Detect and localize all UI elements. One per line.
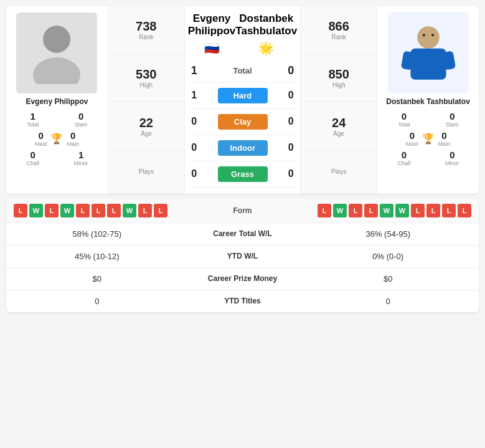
svg-rect-3	[410, 49, 446, 80]
form-badge: W	[380, 204, 393, 217]
svg-point-2	[417, 26, 440, 49]
top-section: Evgeny Philippov 1 Total 0 Slam 0 Mast 🏆	[6, 6, 479, 194]
form-badge: L	[92, 204, 105, 217]
player1-header-name: Evgeny Philippov	[188, 12, 236, 38]
surface-indoor: 0 Indoor 0	[188, 135, 297, 161]
svg-point-0	[43, 26, 70, 53]
indoor-button[interactable]: Indoor	[218, 140, 268, 156]
player1-mast: 0 Mast	[35, 130, 47, 147]
clay-button[interactable]: Clay	[218, 114, 268, 130]
player1-trophy-row: 0 Mast 🏆 0 Main	[35, 130, 79, 147]
stats-label-3: YTD Titles	[181, 297, 305, 305]
stats-left-1: 45% (10-12)	[14, 252, 181, 261]
player2-card: Dostanbek Tashbulatov 0 Total 0 Slam 0 M…	[377, 6, 479, 194]
grass-button[interactable]: Grass	[218, 166, 268, 182]
hard-button[interactable]: Hard	[218, 88, 268, 103]
svg-point-7	[431, 34, 434, 36]
player2-middle-panel: 866 Rank 850 High 24 Age Plays	[300, 6, 377, 194]
stats-label-0: Career Total W/L	[181, 229, 305, 238]
player1-bottom-stats: 0 Chall 1 Minor	[11, 150, 103, 166]
form-badge: L	[76, 204, 90, 217]
player1-total: 1 Total	[11, 111, 54, 128]
player2-total: 0 Total	[382, 111, 425, 128]
form-badge: L	[442, 204, 456, 217]
player2-rank-stat: 866 Rank	[301, 6, 377, 54]
player1-flag: 🇷🇺	[188, 41, 236, 55]
trophy-icon-1: 🏆	[50, 133, 63, 145]
player2-stats: 0 Total 0 Slam	[382, 111, 474, 128]
player2-chall: 0 Chall	[382, 150, 425, 166]
form-badge: L	[364, 204, 378, 217]
player2-flag: 🌟	[235, 41, 297, 55]
center-section: Evgeny Philippov 🇷🇺 Dostanbek Tashbulato…	[185, 6, 300, 194]
player1-header: Evgeny Philippov 🇷🇺	[188, 12, 236, 55]
form-badge: W	[395, 204, 409, 217]
bottom-section: LWLWLLLWLL Form LWLLWWLLLL 58% (102-75) …	[6, 199, 479, 313]
stats-right-1: 0% (0-0)	[305, 252, 472, 261]
player2-header: Dostanbek Tashbulatov 🌟	[235, 12, 297, 55]
player1-high-stat: 530 High	[108, 54, 184, 102]
player1-minor: 1 Minor	[59, 150, 102, 166]
player1-middle-panel: 738 Rank 530 High 22 Age Plays	[108, 6, 185, 194]
stats-left-2: $0	[14, 274, 181, 284]
player1-stats: 1 Total 0 Slam	[11, 111, 103, 128]
form-badge: L	[138, 204, 152, 217]
form-badge: L	[458, 204, 471, 217]
player1-name: Evgeny Philippov	[26, 97, 88, 106]
stats-row-0: 58% (102-75) Career Total W/L 36% (54-95…	[6, 223, 479, 245]
form-badge: W	[60, 204, 74, 217]
player1-photo	[16, 12, 97, 93]
player2-main: 0 Main	[438, 130, 451, 147]
stats-label-1: YTD W/L	[181, 252, 305, 260]
surface-clay: 0 Clay 0	[188, 109, 297, 135]
stats-left-3: 0	[14, 297, 181, 306]
stats-rows: 58% (102-75) Career Total W/L 36% (54-95…	[6, 223, 479, 313]
form-badge: L	[426, 204, 440, 217]
player1-main: 0 Main	[67, 130, 79, 147]
stats-row-3: 0 YTD Titles 0	[6, 290, 479, 313]
player1-rank-stat: 738 Rank	[108, 6, 184, 54]
stats-right-0: 36% (54-95)	[305, 229, 472, 239]
svg-point-6	[422, 34, 425, 36]
form-badge: L	[107, 204, 121, 217]
player2-name: Dostanbek Tashbulatov	[386, 97, 469, 106]
player2-photo	[388, 12, 469, 93]
player2-form-badges: LWLLWWLLLL	[268, 204, 472, 217]
stats-right-2: $0	[305, 274, 472, 284]
form-badge: L	[349, 204, 362, 217]
form-badge: W	[29, 204, 43, 217]
form-badge: L	[154, 204, 167, 217]
total-row: 1 Total 0	[188, 59, 297, 83]
form-badge: L	[411, 204, 425, 217]
player1-card: Evgeny Philippov 1 Total 0 Slam 0 Mast 🏆	[6, 6, 108, 194]
stats-label-2: Career Prize Money	[181, 274, 305, 283]
player2-high-stat: 850 High	[301, 54, 377, 102]
player2-minor: 0 Minor	[431, 150, 474, 166]
form-badge: L	[45, 204, 59, 217]
player2-header-name: Dostanbek Tashbulatov	[235, 12, 297, 38]
player2-plays: Plays	[301, 151, 377, 194]
svg-point-1	[33, 57, 80, 84]
player2-mast: 0 Mast	[406, 130, 418, 147]
player1-chall: 0 Chall	[11, 150, 54, 166]
stats-left-0: 58% (102-75)	[14, 229, 181, 239]
form-badge: L	[318, 204, 331, 217]
player2-age-stat: 24 Age	[301, 102, 377, 150]
surface-rows: 1 Hard 0 0 Clay 0 0 Indoor 0 0 Grass	[188, 83, 297, 188]
player1-form-badges: LWLWLLLWLL	[14, 204, 218, 217]
form-badge: L	[14, 204, 27, 217]
surface-grass: 0 Grass 0	[188, 161, 297, 188]
form-badge: W	[123, 204, 136, 217]
form-label: Form	[218, 206, 268, 215]
form-badge: W	[333, 204, 347, 217]
player2-bottom-stats: 0 Chall 0 Minor	[382, 150, 474, 166]
surface-hard: 1 Hard 0	[188, 83, 297, 109]
player2-trophy-row: 0 Mast 🏆 0 Main	[406, 130, 450, 147]
player1-age-stat: 22 Age	[108, 102, 184, 150]
trophy-icon-2: 🏆	[422, 133, 435, 145]
form-row: LWLWLLLWLL Form LWLLWWLLLL	[6, 199, 479, 223]
player1-plays: Plays	[108, 151, 184, 194]
stats-right-3: 0	[305, 297, 472, 306]
player1-slam: 0 Slam	[59, 111, 102, 128]
stats-row-2: $0 Career Prize Money $0	[6, 268, 479, 290]
